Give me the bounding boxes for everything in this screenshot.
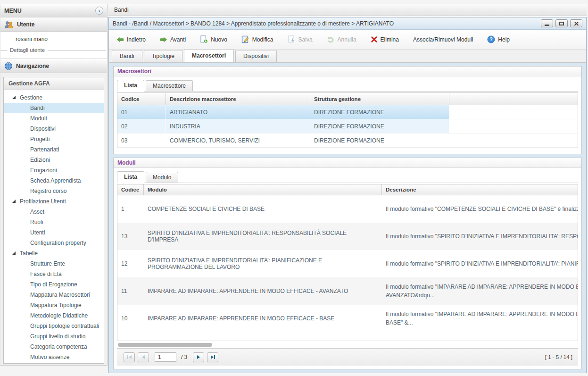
tab-bandi[interactable]: Bandi [112, 50, 142, 62]
toolbar: Indietro Avanti Nuovo [109, 30, 586, 50]
application: MENU ‹ Utente rossini mario Dettagli ute… [0, 0, 588, 376]
macrosettori-panel: Macrosettori Lista Macrosettore Codice D… [113, 66, 582, 154]
help-icon: ? [487, 35, 495, 43]
tree-item-fasce-di-eta[interactable]: Fasce di Età [4, 269, 104, 279]
tree-item-ruoli[interactable]: Ruoli [4, 217, 104, 227]
save-button[interactable]: Salva [288, 35, 313, 43]
tree-item-gestione[interactable]: Gestione [4, 92, 104, 103]
tree-item-metodologie-didattiche[interactable]: Metodologie Didattiche [4, 310, 104, 321]
moduli-tab-bar: Lista Modulo [117, 171, 578, 183]
delete-button[interactable]: Elimina [371, 36, 399, 43]
tree-item-categoria-competenza[interactable]: Categoria competenza [4, 342, 104, 352]
associate-modules-button[interactable]: Associa/Rimuovi Moduli [413, 36, 473, 43]
undo-button[interactable]: Annulla [327, 35, 356, 43]
tree-item-tabelle[interactable]: Tabelle [4, 248, 104, 259]
back-button[interactable]: Indietro [116, 36, 146, 43]
minimize-button[interactable] [541, 19, 553, 27]
tab-modulo[interactable]: Modulo [146, 172, 178, 183]
tree-item-gruppi-tipologie-contrattuali[interactable]: Gruppi tipologie contrattuali [4, 321, 104, 331]
paging-toolbar: / 3 [ 1 - 5 / 14 ] [117, 348, 578, 366]
tab-tipologie[interactable]: Tipologie [144, 50, 182, 62]
tree-item-configuration-property[interactable]: Configuration property [4, 238, 104, 248]
delete-x-icon [371, 36, 378, 43]
window-title: Bandi - /Bandi / Macrosettori > BANDO 12… [113, 20, 541, 27]
tab-macrosettore[interactable]: Macrosettore [146, 80, 193, 91]
tree-item-utenti[interactable]: Utenti [4, 227, 104, 238]
column-header-modulo[interactable]: Modulo [144, 184, 382, 195]
maximize-icon [559, 22, 564, 25]
sidebar: MENU ‹ Utente rossini mario Dettagli ute… [0, 4, 108, 366]
tree-item-progetti[interactable]: Progetti [4, 134, 104, 144]
tree-item-profilazione-utenti[interactable]: Profilazione Utenti [4, 196, 104, 207]
previous-page-icon [142, 355, 145, 359]
tree-item-gruppi-livello-di-studio[interactable]: Gruppi livello di studio [4, 331, 104, 342]
close-button[interactable] [570, 19, 582, 27]
tree-item-edizioni[interactable]: Edizioni [4, 155, 104, 165]
column-header-descrizione-macrosettore[interactable]: Descrizione macrosettore [166, 93, 310, 105]
tree-item-asset[interactable]: Asset [4, 207, 104, 217]
first-page-button[interactable] [124, 352, 135, 362]
edit-button[interactable]: Modifica [241, 35, 273, 43]
tree-item-scheda-apprendista[interactable]: Scheda Apprendista [4, 175, 104, 186]
tree-item-erogazioni[interactable]: Erogazioni [4, 165, 104, 175]
horizontal-scrollbar-thumb[interactable] [118, 343, 212, 347]
new-button[interactable]: Nuovo [200, 35, 227, 43]
main-tab-bar: Bandi Tipologie Macrosettori Dispositivi [109, 50, 586, 63]
tree-item-strutture-ente[interactable]: Strutture Ente [4, 259, 104, 269]
help-button[interactable]: ? Help [487, 35, 510, 43]
column-header-codice[interactable]: Codice [117, 184, 144, 195]
modulo-row-10[interactable]: 10 IMPARARE AD IMPARARE: APPRENDERE IN M… [117, 305, 578, 332]
macrosettore-row-industria[interactable]: 02 INDUSTRIA DIREZIONE FORMAZIONE [117, 119, 578, 134]
column-header-codice[interactable]: Codice [117, 93, 166, 105]
tab-dispositivi[interactable]: Dispositivi [235, 50, 277, 62]
modulo-row-11[interactable]: 11 IMPARARE AD IMPARARE: APPRENDERE IN M… [117, 277, 578, 305]
page-number-input[interactable] [155, 352, 176, 362]
tab-lista-moduli[interactable]: Lista [117, 171, 144, 183]
expanded-node-icon [12, 251, 16, 255]
forward-button[interactable]: Avanti [160, 36, 186, 43]
column-header-struttura-gestione[interactable]: Struttura gestione [310, 93, 449, 105]
modulo-row-12[interactable]: 12 SPIRITO D’INIZIATIVA E IMPRENDITORIAL… [117, 250, 578, 277]
macrosettore-row-commercio[interactable]: 03 COMMERCIO, TURISMO, SERVIZI DIREZIONE… [117, 134, 578, 148]
user-details-legend: Dettagli utente [0, 47, 107, 53]
collapse-sidebar-button[interactable]: ‹ [95, 7, 103, 15]
moduli-panel: Moduli Lista Modulo Codice Modulo Descri… [113, 158, 582, 369]
column-header-descrizione[interactable]: Descrizione [382, 184, 578, 195]
tree-item-registro-corso[interactable]: Registro corso [4, 186, 104, 196]
globe-icon [4, 62, 13, 70]
tree-item-mappatura-tipologie[interactable]: Mappatura Tipologie [4, 300, 104, 310]
forward-arrow-icon [160, 36, 167, 43]
last-page-icon [211, 355, 214, 359]
moduli-grid: Codice Modulo Descrizione 1 COMPETENZE S… [117, 184, 578, 341]
bandi-window: Bandi - /Bandi / Macrosettori > BANDO 12… [108, 17, 587, 373]
macrosettore-row-artigianato[interactable]: 01 ARTIGIANATO DIREZIONE FORMAZIONE [117, 105, 578, 119]
edit-icon [241, 35, 249, 43]
tree-item-tipo-di-erogazione[interactable]: Tipo di Erogazione [4, 279, 104, 290]
tree-item-bandi[interactable]: Bandi [4, 103, 104, 113]
modulo-row-13[interactable]: 13 SPIRITO D’INIZIATIVA E IMPRENDITORIAL… [117, 223, 578, 250]
moduli-grid-header: Codice Modulo Descrizione [117, 184, 578, 195]
tree-item-moduli[interactable]: Moduli [4, 113, 104, 124]
user-box: rossini mario Dettagli utente [0, 32, 107, 59]
navigation-section-header[interactable]: Navigazione [0, 59, 107, 73]
tab-macrosettori[interactable]: Macrosettori [184, 49, 234, 62]
next-page-button[interactable] [193, 352, 204, 362]
tree-item-motivo-assenze[interactable]: Motivo assenze [4, 352, 104, 362]
tree-item-mappatura-macrosettori[interactable]: Mappatura Macrosettori [4, 290, 104, 300]
last-page-button[interactable] [207, 352, 218, 362]
record-range-label: [ 1 - 5 / 14 ] [545, 354, 572, 360]
tree-item-dispositivi[interactable]: Dispositivi [4, 124, 104, 134]
previous-page-button[interactable] [138, 352, 149, 362]
menu-title: MENU [4, 8, 95, 14]
maximize-button[interactable] [555, 19, 568, 27]
page-count-label: / 3 [181, 354, 187, 360]
modulo-row-1[interactable]: 1 COMPETENZE SOCIALI E CIVICHE DI BASE I… [117, 195, 578, 223]
macrosettori-panel-title: Macrosettori [114, 67, 581, 76]
next-page-icon [197, 355, 200, 359]
tree-item-partenariati[interactable]: Partenariati [4, 144, 104, 155]
users-icon [4, 21, 14, 28]
user-details-link[interactable]: Dettagli utente [7, 47, 48, 53]
outer-tab-bandi[interactable]: Bandi [114, 7, 129, 13]
user-section-header[interactable]: Utente [0, 17, 107, 32]
tab-lista-macrosettori[interactable]: Lista [117, 80, 144, 92]
